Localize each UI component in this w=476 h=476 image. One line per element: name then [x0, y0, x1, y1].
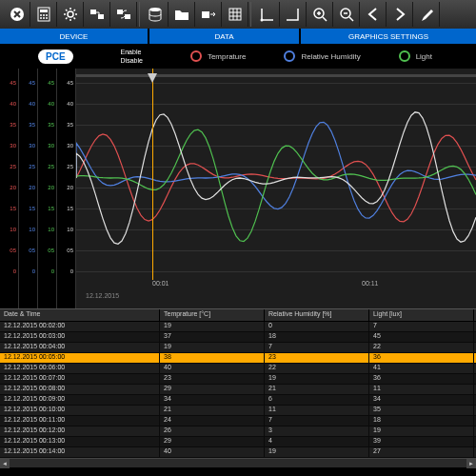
y-tick: 25: [10, 164, 16, 169]
y-tick: 30: [48, 143, 54, 149]
y-tick: 20: [48, 185, 54, 190]
y-tick: 40: [67, 101, 73, 107]
legend-item[interactable]: Temprature: [190, 50, 246, 62]
plot[interactable]: 12.12.2015 00:0100:11: [76, 69, 476, 308]
y-tick: 0: [13, 268, 16, 274]
grid-icon[interactable]: [222, 2, 248, 27]
svg-point-17: [260, 19, 263, 22]
zoom-out-icon[interactable]: [333, 2, 360, 27]
data-table: Date & Time Temprature [°C] Relative Hum…: [0, 308, 476, 467]
folder-icon[interactable]: [169, 2, 195, 27]
y-tick: 20: [10, 185, 16, 190]
enable-toggle[interactable]: EnableDisable: [121, 48, 143, 65]
y-tick: 45: [67, 80, 73, 86]
axis-right-icon[interactable]: [280, 2, 307, 27]
close-icon[interactable]: [4, 2, 30, 27]
table-row[interactable]: 12.12.2015 00:06:00402241: [0, 364, 476, 374]
svg-rect-16: [229, 9, 241, 20]
svg-point-14: [149, 8, 161, 11]
table-row[interactable]: 12.12.2015 00:13:0029439: [0, 437, 476, 447]
section-tabs: DEVICE DATA GRAPHICS SETTINGS: [0, 29, 476, 44]
gear-icon[interactable]: [57, 2, 84, 27]
y-tick: 15: [29, 206, 35, 211]
th-datetime[interactable]: Date & Time: [0, 309, 160, 321]
connect-icon[interactable]: [84, 2, 110, 27]
x-tick: 00:01: [152, 280, 169, 287]
table-row[interactable]: 12.12.2015 00:11:0024718: [0, 416, 476, 426]
scroll-left-icon[interactable]: ◄: [0, 459, 10, 468]
main-toolbar: [0, 0, 476, 29]
svg-point-9: [68, 11, 73, 17]
y-tick: 40: [10, 101, 16, 107]
y-tick: 05: [48, 248, 54, 253]
y-tick: 15: [48, 206, 54, 211]
y-tick: 0: [70, 268, 73, 274]
tab-graphics[interactable]: GRAPHICS SETTINGS: [301, 29, 476, 44]
th-rh[interactable]: Relative Humidity [%]: [265, 309, 369, 321]
axis-left-icon[interactable]: [253, 2, 280, 27]
prev-icon[interactable]: [360, 2, 387, 27]
legend-item[interactable]: Light: [399, 50, 432, 62]
y-tick: 30: [29, 143, 35, 149]
pipette-icon[interactable]: [413, 2, 440, 27]
svg-point-6: [40, 17, 42, 19]
th-light[interactable]: Light [lux]: [369, 309, 474, 321]
svg-point-3: [40, 14, 42, 16]
legend-item[interactable]: Relative Humidity: [284, 50, 360, 62]
table-row[interactable]: 12.12.2015 00:07:00231936: [0, 374, 476, 385]
h-scrollbar[interactable]: ◄ ►: [0, 458, 476, 467]
time-cursor[interactable]: [152, 69, 153, 280]
legend-bar: PCE EnableDisable TempratureRelative Hum…: [0, 44, 476, 69]
y-tick: 15: [10, 206, 16, 211]
table-row[interactable]: 12.12.2015 00:02:001907: [0, 322, 476, 332]
svg-rect-10: [90, 10, 96, 14]
tab-data[interactable]: DATA: [149, 29, 299, 44]
zoom-in-icon[interactable]: [307, 2, 333, 27]
y-tick: 15: [67, 206, 73, 211]
y-tick: 05: [29, 248, 35, 253]
tab-device[interactable]: DEVICE: [0, 29, 148, 44]
svg-rect-12: [117, 10, 123, 14]
y-tick: 30: [67, 143, 73, 149]
svg-rect-13: [125, 14, 130, 19]
time-track[interactable]: [76, 74, 476, 77]
y-tick: 10: [48, 227, 54, 232]
y-tick: 10: [29, 227, 35, 232]
x-date: 12.12.2015: [86, 292, 119, 299]
th-temp[interactable]: Temprature [°C]: [160, 309, 265, 321]
table-row[interactable]: 12.12.2015 00:09:0034634: [0, 395, 476, 406]
scroll-right-icon[interactable]: ►: [466, 459, 476, 468]
y-tick: 05: [10, 248, 16, 253]
y-tick: 35: [48, 122, 54, 128]
table-row[interactable]: 12.12.2015 00:03:00371845: [0, 332, 476, 343]
y-tick: 45: [29, 80, 35, 86]
svg-point-4: [43, 14, 45, 16]
table-row[interactable]: 12.12.2015 00:14:00401927: [0, 447, 476, 458]
chart-area: 4540353025201510050454035302520151005045…: [0, 69, 476, 308]
database-icon[interactable]: [142, 2, 169, 27]
y-tick: 25: [29, 164, 35, 169]
y-tick: 35: [67, 122, 73, 128]
table-row[interactable]: 12.12.2015 00:04:0019722: [0, 343, 476, 353]
svg-rect-2: [40, 10, 48, 12]
table-header: Date & Time Temprature [°C] Relative Hum…: [0, 308, 476, 322]
y-tick: 0: [51, 268, 54, 274]
calculator-icon[interactable]: [30, 2, 57, 27]
y-tick: 45: [10, 80, 16, 86]
export-icon[interactable]: [195, 2, 222, 27]
y-tick: 20: [29, 185, 35, 190]
y-tick: 25: [67, 164, 73, 169]
y-tick: 30: [10, 143, 16, 149]
sync-icon[interactable]: [110, 2, 137, 27]
table-row[interactable]: 12.12.2015 00:05:00382336: [0, 353, 476, 364]
next-icon[interactable]: [387, 2, 413, 27]
y-tick: 10: [10, 227, 16, 232]
table-row[interactable]: 12.12.2015 00:08:00292111: [0, 385, 476, 395]
svg-point-8: [46, 17, 48, 19]
y-tick: 0: [32, 268, 35, 274]
table-row[interactable]: 12.12.2015 00:12:0026319: [0, 426, 476, 437]
table-row[interactable]: 12.12.2015 00:10:00211135: [0, 406, 476, 416]
x-tick: 00:11: [362, 280, 379, 287]
y-tick: 20: [67, 185, 73, 190]
svg-point-5: [46, 14, 48, 16]
